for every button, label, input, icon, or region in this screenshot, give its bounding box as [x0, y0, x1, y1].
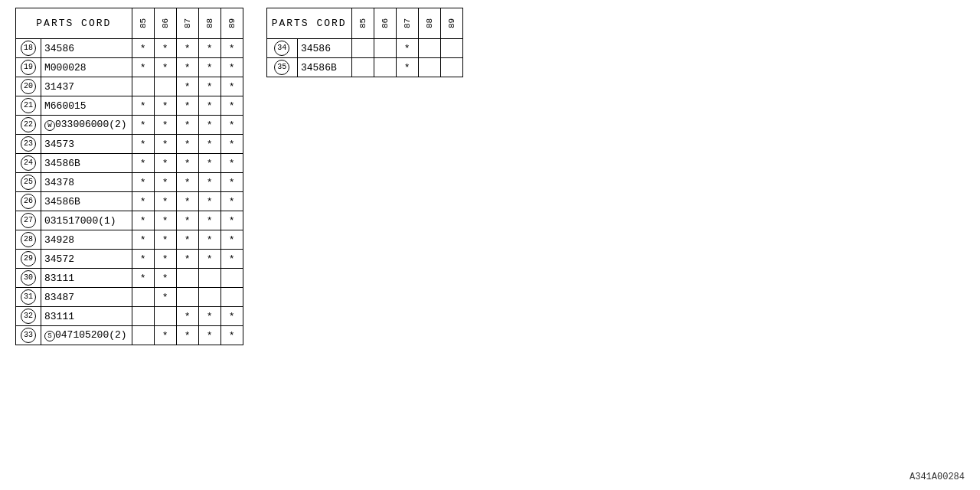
table1-col-86: 86 [154, 8, 176, 39]
part-code: M000028 [41, 58, 132, 77]
col-value: * [198, 116, 220, 135]
part-code: 34586 [297, 39, 351, 58]
col-value: * [132, 58, 154, 77]
part-code: 83487 [41, 288, 132, 307]
col-value [374, 58, 396, 77]
row-number: 28 [16, 230, 41, 250]
table1: PARTS CORD 85 86 87 88 89 1834586*****19… [15, 8, 243, 345]
part-code: 83111 [41, 269, 132, 288]
col-value: * [176, 230, 198, 250]
col-value: * [176, 326, 198, 345]
table2: PARTS CORD 85 86 87 88 89 3434586*353458… [266, 8, 463, 77]
col-value: * [198, 154, 220, 173]
row-number: 30 [16, 269, 41, 288]
part-code: 34586B [41, 154, 132, 173]
table-row: 22W033006000(2)***** [16, 116, 243, 135]
col-value: * [198, 211, 220, 230]
table-row: 33S047105200(2)**** [16, 326, 243, 345]
col-value: * [176, 77, 198, 96]
col-value: * [220, 230, 243, 250]
col-value: * [198, 135, 220, 154]
col-value: * [176, 250, 198, 269]
page-container: PARTS CORD 85 86 87 88 89 1834586*****19… [0, 0, 980, 353]
col-value: * [220, 116, 243, 135]
table-row: 27031517000(1)***** [16, 211, 243, 230]
part-code: 031517000(1) [41, 211, 132, 230]
col-value: * [176, 307, 198, 326]
table2-col-85: 85 [351, 8, 374, 39]
col-value: * [220, 250, 243, 269]
col-value: * [220, 211, 243, 230]
part-code: M660015 [41, 96, 132, 116]
col-value: * [132, 39, 154, 58]
table1-header: PARTS CORD [16, 8, 132, 39]
col-value [198, 288, 220, 307]
table-row: 2834928***** [16, 230, 243, 250]
col-value [176, 269, 198, 288]
col-value [220, 269, 243, 288]
table2-col-86: 86 [374, 8, 396, 39]
col-value: * [220, 173, 243, 192]
table-row: 1834586***** [16, 39, 243, 58]
row-number: 29 [16, 250, 41, 269]
col-value: * [154, 269, 176, 288]
row-number: 34 [266, 39, 297, 58]
table-row: 2934572***** [16, 250, 243, 269]
col-value: * [198, 39, 220, 58]
col-value: * [176, 192, 198, 211]
col-value: * [220, 96, 243, 116]
col-value: * [132, 116, 154, 135]
table2-col-87: 87 [396, 8, 418, 39]
col-value: * [154, 192, 176, 211]
part-code: 34586B [41, 192, 132, 211]
row-number: 35 [266, 58, 297, 77]
table1-col-88: 88 [198, 8, 220, 39]
table-row: 3183487* [16, 288, 243, 307]
col-value: * [176, 39, 198, 58]
table-row: 2634586B***** [16, 192, 243, 211]
col-value: * [154, 230, 176, 250]
col-value [351, 39, 374, 58]
col-value: * [198, 250, 220, 269]
table-row: 3534586B* [266, 58, 462, 77]
table-row: 2534378***** [16, 173, 243, 192]
col-value: * [176, 154, 198, 173]
col-value: * [396, 58, 418, 77]
col-value: * [396, 39, 418, 58]
row-number: 22 [16, 116, 41, 135]
table-row: 2031437*** [16, 77, 243, 96]
col-value: * [220, 77, 243, 96]
col-value [132, 288, 154, 307]
col-value: * [198, 230, 220, 250]
row-number: 33 [16, 326, 41, 345]
col-value: * [132, 96, 154, 116]
watermark: A341A00284 [910, 472, 965, 482]
table2-wrapper: PARTS CORD 85 86 87 88 89 3434586*353458… [266, 8, 463, 345]
col-value [198, 269, 220, 288]
col-value: * [132, 154, 154, 173]
col-value: * [220, 39, 243, 58]
col-value [418, 39, 440, 58]
col-value [154, 307, 176, 326]
col-value: * [132, 211, 154, 230]
col-value: * [198, 326, 220, 345]
row-number: 19 [16, 58, 41, 77]
table-row: 19M000028***** [16, 58, 243, 77]
col-value: * [198, 96, 220, 116]
col-value: * [220, 154, 243, 173]
row-number: 20 [16, 77, 41, 96]
col-value: * [154, 116, 176, 135]
table1-wrapper: PARTS CORD 85 86 87 88 89 1834586*****19… [15, 8, 243, 345]
part-code: W033006000(2) [41, 116, 132, 135]
col-value [154, 77, 176, 96]
col-value: * [176, 135, 198, 154]
table2-header: PARTS CORD [266, 8, 351, 39]
part-code: 34928 [41, 230, 132, 250]
row-number: 24 [16, 154, 41, 173]
col-value [440, 58, 462, 77]
table-row: 2334573***** [16, 135, 243, 154]
col-value: * [220, 192, 243, 211]
col-value: * [154, 154, 176, 173]
col-value [220, 288, 243, 307]
col-value [374, 39, 396, 58]
